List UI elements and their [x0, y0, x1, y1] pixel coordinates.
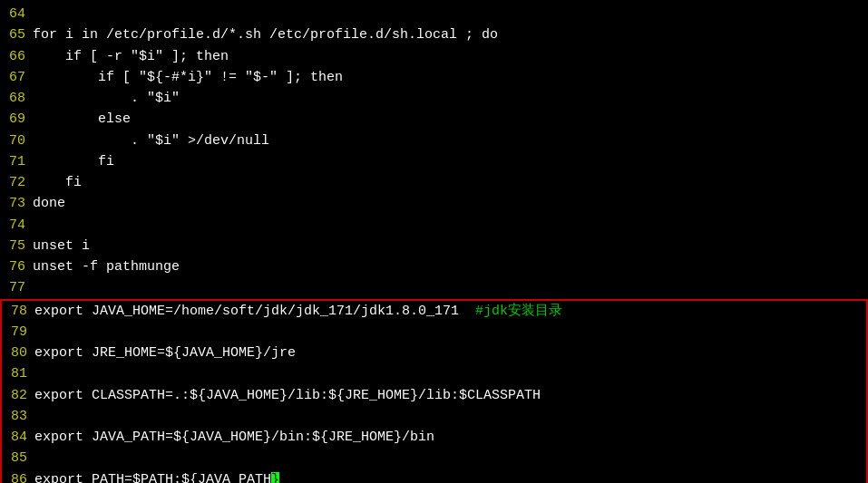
line-number: 74	[0, 215, 33, 236]
line-content: export PATH=$PATH:${JAVA_PATH}	[34, 469, 866, 484]
code-line: 64	[0, 4, 868, 24]
line-number: 80	[2, 343, 34, 363]
line-content: fi	[33, 151, 868, 172]
line-content: if [ "${-#*i}" != "$-" ]; then	[33, 67, 868, 88]
code-editor: 6465for i in /etc/profile.d/*.sh /etc/pr…	[0, 0, 868, 483]
code-line: 69 else	[0, 109, 868, 130]
line-content: unset -f pathmunge	[33, 256, 868, 277]
line-number: 85	[2, 448, 34, 469]
line-number: 66	[0, 46, 33, 67]
code-line: 75unset i	[0, 236, 868, 256]
code-line: 70 . "$i" >/dev/null	[0, 130, 868, 151]
line-number: 64	[0, 4, 33, 24]
line-number: 72	[0, 172, 33, 193]
code-line: 83	[2, 406, 866, 427]
code-line: 80export JRE_HOME=${JAVA_HOME}/jre	[2, 343, 866, 363]
line-number: 71	[0, 151, 33, 172]
line-number: 65	[0, 24, 33, 45]
line-number: 83	[2, 406, 34, 427]
highlighted-block: 78export JAVA_HOME=/home/soft/jdk/jdk_17…	[0, 299, 868, 484]
code-line: 67 if [ "${-#*i}" != "$-" ]; then	[0, 67, 868, 88]
line-number: 76	[0, 256, 33, 277]
code-line: 79	[2, 322, 866, 343]
code-line: 81	[2, 363, 866, 384]
code-line: 73done	[0, 193, 868, 214]
line-content: export JRE_HOME=${JAVA_HOME}/jre	[34, 343, 866, 363]
line-content: . "$i"	[33, 88, 868, 109]
line-content: for i in /etc/profile.d/*.sh /etc/profil…	[33, 24, 868, 45]
code-line: 77	[0, 277, 868, 298]
line-content: fi	[33, 172, 868, 193]
code-line: 86export PATH=$PATH:${JAVA_PATH}	[2, 469, 866, 484]
line-content: export JAVA_PATH=${JAVA_HOME}/bin:${JRE_…	[34, 427, 866, 448]
line-number: 86	[2, 469, 34, 484]
code-line: 78export JAVA_HOME=/home/soft/jdk/jdk_17…	[2, 301, 866, 322]
line-number: 73	[0, 193, 33, 214]
line-number: 69	[0, 109, 33, 130]
line-number: 70	[0, 130, 33, 151]
code-line: 85	[2, 448, 866, 469]
code-line: 68 . "$i"	[0, 88, 868, 109]
line-content: unset i	[33, 236, 868, 256]
code-line: 65for i in /etc/profile.d/*.sh /etc/prof…	[0, 24, 868, 45]
line-number: 78	[2, 301, 34, 322]
line-content: export CLASSPATH=.:${JAVA_HOME}/lib:${JR…	[34, 385, 866, 406]
line-number: 77	[0, 277, 33, 298]
code-line: 74	[0, 215, 868, 236]
line-number: 82	[2, 385, 34, 406]
code-line: 82export CLASSPATH=.:${JAVA_HOME}/lib:${…	[2, 385, 866, 406]
line-content: if [ -r "$i" ]; then	[33, 46, 868, 67]
line-content: . "$i" >/dev/null	[33, 130, 868, 151]
line-number: 68	[0, 88, 33, 109]
line-content: else	[33, 109, 868, 130]
code-line: 71 fi	[0, 151, 868, 172]
code-line: 72 fi	[0, 172, 868, 193]
line-number: 79	[2, 322, 34, 343]
line-number: 67	[0, 67, 33, 88]
line-number: 75	[0, 236, 33, 256]
line-number: 81	[2, 363, 34, 384]
line-content: done	[33, 193, 868, 214]
code-lines-before: 6465for i in /etc/profile.d/*.sh /etc/pr…	[0, 4, 868, 299]
code-line: 84export JAVA_PATH=${JAVA_HOME}/bin:${JR…	[2, 427, 866, 448]
line-number: 84	[2, 427, 34, 448]
line-content: export JAVA_HOME=/home/soft/jdk/jdk_171/…	[34, 301, 866, 322]
code-line: 76unset -f pathmunge	[0, 256, 868, 277]
code-line: 66 if [ -r "$i" ]; then	[0, 46, 868, 67]
